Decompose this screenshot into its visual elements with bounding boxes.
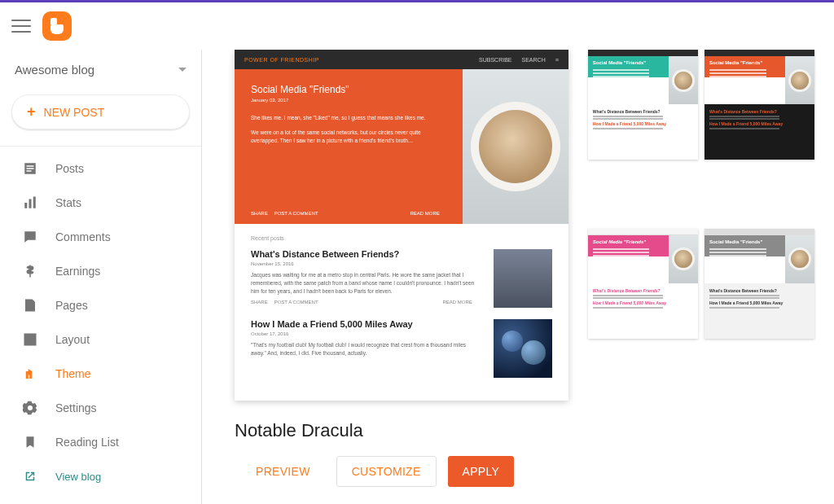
thumb-post: How I Made a Friend 5,000 Miles Away (593, 300, 693, 305)
thumb-title: Social Media "Friends" (593, 239, 664, 244)
gear-icon (23, 401, 37, 415)
customize-button[interactable]: CUSTOMIZE (336, 456, 437, 487)
theme-large-preview: POWER OF FRIENDSHIP SUBSCRIBE SEARCH ≡ S… (235, 50, 568, 401)
main-content: POWER OF FRIENDSHIP SUBSCRIBE SEARCH ≡ S… (202, 50, 834, 504)
readmore-label: READ MORE (442, 300, 472, 305)
posts-icon (23, 161, 37, 176)
hero-title: Social Media "Friends" (251, 84, 446, 95)
nav-label: View blog (55, 471, 101, 483)
comments-icon (23, 230, 37, 244)
thumb-title: Social Media "Friends" (709, 60, 780, 65)
theme-title: Notable Dracula (235, 420, 814, 441)
thumb-title: Social Media "Friends" (593, 60, 664, 65)
nav-label: Layout (55, 333, 90, 346)
theme-variant-thumbnails: Social Media "Friends" What's Distance B… (588, 50, 814, 401)
apply-button[interactable]: APPLY (448, 456, 515, 487)
new-post-button[interactable]: + NEW POST (11, 94, 190, 129)
post-image-paris (494, 249, 552, 308)
post-title: How I Made a Friend 5,000 Miles Away (251, 319, 479, 329)
svg-rect-1 (29, 199, 32, 208)
hero-meta: SHAREPOST A COMMENT READ MORE (251, 211, 446, 216)
nav-posts[interactable]: Posts (0, 151, 201, 186)
blogger-logo-icon[interactable] (42, 11, 72, 41)
post-title: What's Distance Between Friends? (251, 249, 479, 259)
post-image-globes (494, 319, 552, 378)
theme-icon (23, 366, 37, 381)
post-excerpt: Jacques was waiting for me at a metro st… (251, 271, 479, 295)
nav-layout[interactable]: Layout (0, 322, 201, 357)
sidebar-nav: Posts Stats Comments Earnings Pages Layo… (0, 151, 201, 493)
hero-date: January 03, 2017 (251, 98, 446, 103)
nav-label: Comments (55, 230, 111, 243)
thumb-post: What's Distance Between Friends? (709, 288, 810, 293)
nav-label: Pages (55, 299, 88, 312)
thumb-post: How I Made a Friend 5,000 Miles Away (709, 121, 810, 126)
nav-settings[interactable]: Settings (0, 391, 201, 425)
stats-icon (23, 195, 37, 210)
blog-selector[interactable]: Awesome blog (0, 55, 201, 88)
comment-label: POST A COMMENT (274, 300, 318, 305)
divider (0, 146, 201, 147)
theme-actions: PREVIEW CUSTOMIZE APPLY (235, 456, 814, 487)
thumb-post: How I Made a Friend 5,000 Miles Away (709, 300, 810, 305)
variant-dark[interactable]: Social Media "Friends" What's Distance B… (705, 50, 814, 160)
nav-label: Reading List (55, 436, 119, 449)
nav-earnings[interactable]: Earnings (0, 254, 201, 288)
preview-post-1: What's Distance Between Friends? Novembe… (251, 249, 552, 308)
hamburger-menu-icon[interactable] (11, 16, 31, 36)
thumb-post: What's Distance Between Friends? (709, 109, 810, 114)
nav-label: Stats (55, 196, 81, 209)
preview-search: SEARCH (522, 57, 546, 63)
variant-grey[interactable]: Social Media "Friends" What's Distance B… (705, 229, 814, 339)
preview-subscribe: SUBSCRIBE (479, 57, 511, 63)
nav-comments[interactable]: Comments (0, 220, 201, 254)
blog-name: Awesome blog (15, 63, 94, 77)
svg-rect-0 (24, 203, 27, 208)
thumb-post: What's Distance Between Friends? (593, 109, 693, 114)
preview-header: POWER OF FRIENDSHIP SUBSCRIBE SEARCH ≡ (235, 50, 568, 69)
variant-teal[interactable]: Social Media "Friends" What's Distance B… (588, 50, 698, 160)
post-date: October 17, 2016 (251, 331, 479, 336)
coffee-cup-image (479, 110, 552, 183)
recent-posts-label: Recent posts (251, 235, 552, 241)
nav-label: Theme (55, 367, 91, 380)
topbar (0, 2, 834, 50)
pages-icon (23, 298, 37, 313)
nav-label: Earnings (55, 265, 100, 278)
preview-brand: POWER OF FRIENDSHIP (244, 57, 319, 63)
bookmark-icon (23, 435, 37, 449)
nav-reading-list[interactable]: Reading List (0, 425, 201, 459)
hero-excerpt-1: She likes me. I mean, she "Liked" me, so… (251, 114, 446, 122)
preview-menu-icon: ≡ (555, 57, 559, 63)
thumb-title: Social Media "Friends" (709, 239, 780, 244)
readmore-label: READ MORE (410, 211, 439, 216)
share-label: SHARE (251, 300, 268, 305)
layout-icon (23, 332, 37, 347)
nav-stats[interactable]: Stats (0, 186, 201, 220)
chevron-down-icon (178, 68, 187, 72)
comment-label: POST A COMMENT (274, 211, 318, 216)
share-label: SHARE (251, 211, 268, 216)
hero-excerpt-2: We were on a lot of the same social netw… (251, 129, 446, 145)
preview-hero: Social Media "Friends" January 03, 2017 … (235, 69, 568, 224)
nav-label: Settings (55, 401, 97, 414)
preview-post-2: How I Made a Friend 5,000 Miles Away Oct… (251, 319, 552, 378)
plus-icon: + (27, 103, 36, 121)
thumb-post: How I Made a Friend 5,000 Miles Away (593, 121, 693, 126)
svg-rect-2 (33, 197, 36, 208)
new-post-label: NEW POST (44, 106, 105, 119)
post-excerpt: "That's my football club! My football cl… (251, 341, 479, 357)
variant-pink[interactable]: Social Media "Friends" What's Distance B… (588, 229, 698, 339)
svg-rect-3 (27, 301, 33, 310)
nav-pages[interactable]: Pages (0, 288, 201, 322)
earnings-icon (23, 264, 37, 278)
preview-button[interactable]: PREVIEW (241, 456, 325, 487)
nav-label: Posts (55, 162, 84, 175)
post-date: November 15, 2016 (251, 261, 479, 266)
nav-theme[interactable]: Theme (0, 357, 201, 391)
sidebar: Awesome blog + NEW POST Posts Stats Comm… (0, 50, 202, 504)
nav-view-blog[interactable]: View blog (0, 459, 201, 493)
thumb-post: What's Distance Between Friends? (593, 288, 693, 293)
open-external-icon (23, 469, 37, 484)
